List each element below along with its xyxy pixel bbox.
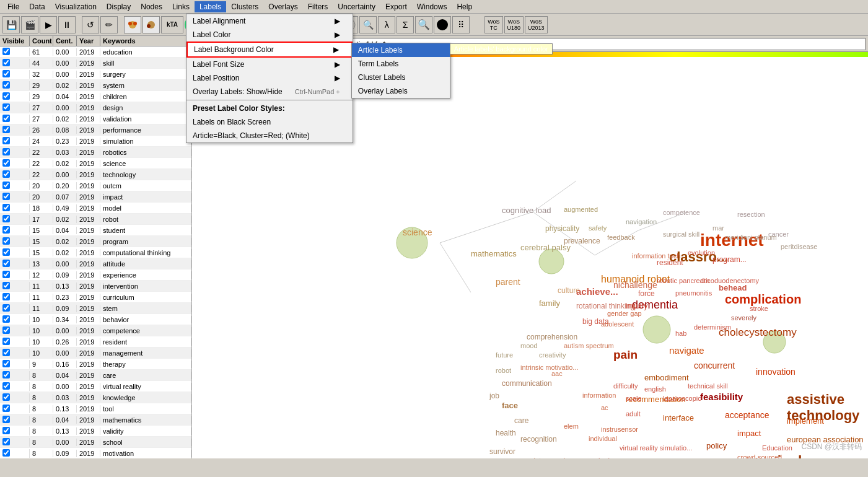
save-button[interactable]: 💾 [2, 16, 20, 33]
menu-label-bg-color[interactable]: Label Background Color ▶ Article Labels … [186, 42, 353, 58]
submenu-article-labels[interactable]: Article Labels Article labels' backgroun… [352, 43, 450, 57]
search-zoom-button[interactable]: 🔍 [359, 16, 377, 33]
cell-visible[interactable] [0, 293, 30, 302]
sigma-button[interactable]: Σ [397, 16, 414, 33]
word-resident[interactable]: resident [657, 258, 683, 267]
menu-label-position[interactable]: Label Position ▶ [186, 71, 353, 85]
word-al-rob[interactable]: al rob [595, 457, 612, 458]
word-policy[interactable]: policy [706, 441, 727, 450]
word-feasibility[interactable]: feasibility [700, 392, 743, 402]
menu-clusters[interactable]: Clusters [226, 1, 263, 12]
menu-overlay-show-hide[interactable]: Overlay Labels: Show/Hide Ctrl-NumPad + [186, 85, 353, 98]
word-robot-left[interactable]: robot [496, 367, 511, 374]
cell-visible[interactable] [0, 449, 30, 458]
word-cerebral-palsy[interactable]: cerebral palsy [520, 243, 571, 252]
word-comprehension[interactable]: comprehension [527, 333, 577, 341]
word-safety[interactable]: safety [589, 224, 607, 232]
menu-overlays[interactable]: Overlays [263, 1, 302, 12]
cell-visible[interactable] [0, 282, 30, 291]
zoom-in-button[interactable]: 🔍 [415, 16, 432, 33]
cell-visible[interactable] [0, 393, 30, 402]
word-gender-gap[interactable]: gender gap [607, 310, 642, 317]
word-survivor[interactable]: survivor [489, 447, 515, 456]
word-adult[interactable]: adult [626, 410, 641, 418]
word-resection[interactable]: resection [737, 211, 765, 218]
wos-tc-button[interactable]: WoSTC [484, 16, 502, 33]
word-interface[interactable]: interface [663, 413, 694, 422]
menu-links[interactable]: Links [167, 1, 195, 12]
word-elem[interactable]: elem [564, 422, 579, 430]
word-autism-spectrum[interactable]: autism spectrum [564, 342, 614, 349]
word-navigate[interactable]: navigate [669, 345, 704, 356]
cell-visible[interactable] [0, 237, 30, 246]
word-force[interactable]: force [638, 289, 655, 298]
cell-visible[interactable] [0, 182, 30, 190]
cell-visible[interactable] [0, 103, 30, 112]
word-peritdisease[interactable]: peritdisease [781, 243, 817, 250]
cluster-icon1[interactable] [124, 16, 141, 33]
menu-windows[interactable]: Windows [412, 1, 452, 12]
word-severely[interactable]: severely [731, 314, 756, 322]
wos-u180-button[interactable]: WoSU180 [504, 16, 524, 33]
cluster-icon2[interactable] [142, 16, 160, 33]
play-button[interactable]: ▶ [40, 16, 57, 33]
word-emulator[interactable]: emulator [520, 457, 547, 458]
word-future[interactable]: future [496, 351, 513, 359]
color-wheel-button[interactable] [434, 16, 451, 33]
menu-visualization[interactable]: Visualization [50, 1, 102, 12]
word-navigation[interactable]: navigation [626, 218, 657, 225]
word-impact-right[interactable]: impact [737, 429, 761, 438]
word-physicality[interactable]: physicality [545, 224, 579, 233]
word-prevalence[interactable]: prevalence [564, 237, 600, 245]
cell-visible[interactable] [0, 371, 30, 380]
menu-article-cluster-color[interactable]: Article=Black, Cluster=Red; (White) [186, 129, 353, 142]
menu-label-font-size[interactable]: Label Font Size ▶ [186, 58, 353, 71]
word-scale[interactable]: scale [626, 395, 642, 402]
record-button[interactable]: 🎬 [21, 16, 38, 33]
cell-visible[interactable] [0, 326, 30, 335]
word-adolescent[interactable]: adolescent [601, 320, 634, 328]
word-laparoscopic[interactable]: laparoscopic [663, 395, 701, 402]
word-health-l[interactable]: health [496, 429, 516, 437]
pause-button[interactable]: ⏸ [58, 16, 76, 33]
menu-export[interactable]: Export [380, 1, 412, 12]
word-individual[interactable]: individual [589, 435, 617, 442]
word-feedback[interactable]: feedback [607, 234, 635, 241]
cell-visible[interactable] [0, 248, 30, 257]
word-achieve[interactable]: achieve... [576, 286, 618, 297]
word-pneumonitis[interactable]: pneumonitis [675, 289, 712, 297]
word-behead[interactable]: behead [719, 283, 747, 292]
word-surgical-skill[interactable]: surgical skill [663, 230, 699, 238]
menu-labels[interactable]: Labels [195, 1, 226, 12]
word-information-r[interactable]: information [582, 392, 616, 399]
cell-visible[interactable] [0, 70, 30, 79]
word-family[interactable]: family [539, 299, 560, 308]
menu-data[interactable]: Data [24, 1, 50, 12]
word-program[interactable]: program... [712, 255, 747, 264]
cell-visible[interactable] [0, 170, 30, 179]
word-augmented[interactable]: augmented [564, 206, 598, 213]
word-acceptance[interactable]: acceptance [725, 410, 769, 420]
cell-visible[interactable] [0, 360, 30, 369]
word-vr-simulation[interactable]: virtual reality simulatio... [620, 444, 692, 452]
menu-label-alignment[interactable]: Label Alignment ▶ [186, 14, 353, 28]
word-education-r[interactable]: Education [762, 444, 792, 452]
submenu-term-labels[interactable]: Term Labels [352, 57, 450, 71]
cell-visible[interactable] [0, 405, 30, 413]
menu-label-color[interactable]: Label Color ▶ [186, 28, 353, 42]
word-challenge[interactable]: nichallenge [613, 280, 657, 290]
wos-u2013-button[interactable]: WoSU2013 [525, 16, 548, 33]
word-inquiry[interactable]: inquiry [626, 302, 647, 310]
cell-visible[interactable] [0, 271, 30, 279]
cell-visible[interactable] [0, 126, 30, 134]
word-rob[interactable]: rob [558, 457, 568, 458]
cell-visible[interactable] [0, 204, 30, 212]
menu-uncertainty[interactable]: Uncertainty [333, 1, 380, 12]
word-instrusensor[interactable]: instrusensor [601, 426, 638, 433]
cell-visible[interactable] [0, 438, 30, 447]
cell-visible[interactable] [0, 193, 30, 201]
word-difficulty[interactable]: difficulty [613, 382, 638, 390]
word-mood[interactable]: mood [520, 342, 538, 349]
cell-visible[interactable] [0, 81, 30, 90]
cell-visible[interactable] [0, 159, 30, 168]
